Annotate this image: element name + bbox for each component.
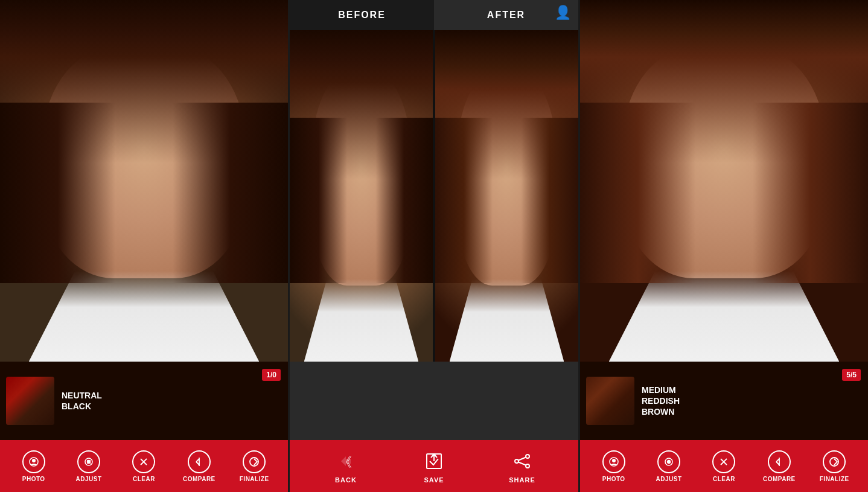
right-swatch-info: MEDIUM REDDISH BROWN (642, 385, 862, 418)
hair-bottom-left (0, 103, 115, 284)
compare-before-half (290, 30, 433, 362)
right-swatch-image (586, 377, 634, 425)
left-finalize-button[interactable]: FINALIZE (236, 450, 272, 482)
after-label: AFTER (487, 10, 525, 21)
after-header: AFTER 👤 (434, 0, 578, 30)
svg-point-21 (668, 460, 671, 463)
back-label: BACK (335, 476, 357, 484)
after-photo (435, 30, 578, 362)
right-swatch-badge: 5/5 (842, 369, 861, 381)
svg-line-17 (519, 462, 526, 465)
save-button[interactable]: SAVE (413, 449, 455, 484)
shirt-left (29, 271, 260, 362)
save-icon (421, 449, 447, 474)
compare-photo-area (290, 30, 578, 362)
left-photo-icon (22, 450, 45, 473)
right-photo-icon (602, 450, 625, 473)
left-swatch-area: NEUTRAL BLACK 1/0 (0, 362, 288, 440)
save-label: SAVE (424, 476, 444, 484)
back-button[interactable]: 《 BACK (325, 449, 367, 484)
left-compare-icon (188, 450, 211, 473)
right-clear-icon (712, 450, 735, 473)
right-clear-button[interactable]: CLEAR (706, 450, 742, 482)
right-finalize-button[interactable]: FINALIZE (816, 450, 852, 482)
before-label: BEFORE (338, 10, 386, 21)
compare-toolbar: 《 BACK SAVE (290, 440, 578, 492)
compare-dark-area (290, 362, 578, 440)
compare-after-half (435, 30, 578, 362)
left-compare-button[interactable]: COMPARE (181, 450, 217, 482)
hair-bottom-right-left (173, 103, 288, 284)
right-adjust-icon (657, 450, 680, 473)
svg-point-1 (32, 459, 36, 462)
left-clear-icon (132, 450, 155, 473)
right-photo-area (580, 0, 868, 362)
person-icon: 👤 (555, 5, 571, 21)
hair-bottom-right-panel-right (753, 103, 868, 284)
compare-divider (433, 30, 435, 362)
shirt-right (609, 271, 840, 362)
left-finalize-icon (243, 450, 266, 473)
right-adjust-button[interactable]: ADJUST (651, 450, 687, 482)
left-adjust-button[interactable]: ADJUST (71, 450, 107, 482)
right-photo-button[interactable]: PHOTO (596, 450, 632, 482)
right-swatch-label: MEDIUM REDDISH BROWN (642, 385, 862, 418)
right-finalize-icon (823, 450, 846, 473)
share-button[interactable]: SHARE (501, 449, 543, 484)
svg-point-15 (526, 464, 529, 468)
before-photo (290, 30, 433, 362)
left-swatch-badge: 1/0 (262, 369, 281, 381)
share-label: SHARE (509, 476, 535, 484)
svg-point-19 (612, 459, 616, 462)
svg-line-16 (519, 458, 526, 461)
hair-bottom-right-panel-left (580, 103, 695, 284)
svg-point-13 (526, 455, 529, 458)
compare-header: BEFORE AFTER 👤 (290, 0, 578, 30)
svg-point-3 (88, 460, 91, 463)
right-compare-icon (768, 450, 791, 473)
right-swatch-area: MEDIUM REDDISH BROWN 5/5 (580, 362, 868, 440)
left-clear-button[interactable]: CLEAR (126, 450, 162, 482)
left-photo-area (0, 0, 288, 362)
svg-text:《: 《 (339, 455, 352, 469)
left-panel: NEUTRAL BLACK 1/0 PHOTO (0, 0, 290, 492)
right-toolbar: PHOTO ADJUST CLEAR (580, 440, 868, 492)
left-adjust-icon (77, 450, 100, 473)
left-photo-button[interactable]: PHOTO (16, 450, 52, 482)
right-face-bg (580, 0, 868, 362)
left-swatch-info: NEUTRAL BLACK (62, 390, 282, 412)
left-swatch-label: NEUTRAL BLACK (62, 390, 282, 412)
left-face-bg (0, 0, 288, 362)
share-icon (509, 449, 535, 474)
back-icon: 《 (333, 449, 359, 474)
svg-point-14 (515, 459, 519, 463)
right-panel: MEDIUM REDDISH BROWN 5/5 PHOTO (578, 0, 868, 492)
right-compare-button[interactable]: COMPARE (761, 450, 797, 482)
left-swatch-image (6, 377, 54, 425)
before-header: BEFORE (290, 0, 434, 30)
left-toolbar: PHOTO ADJUST CLEAR (0, 440, 288, 492)
middle-panel: BEFORE AFTER 👤 (290, 0, 578, 492)
